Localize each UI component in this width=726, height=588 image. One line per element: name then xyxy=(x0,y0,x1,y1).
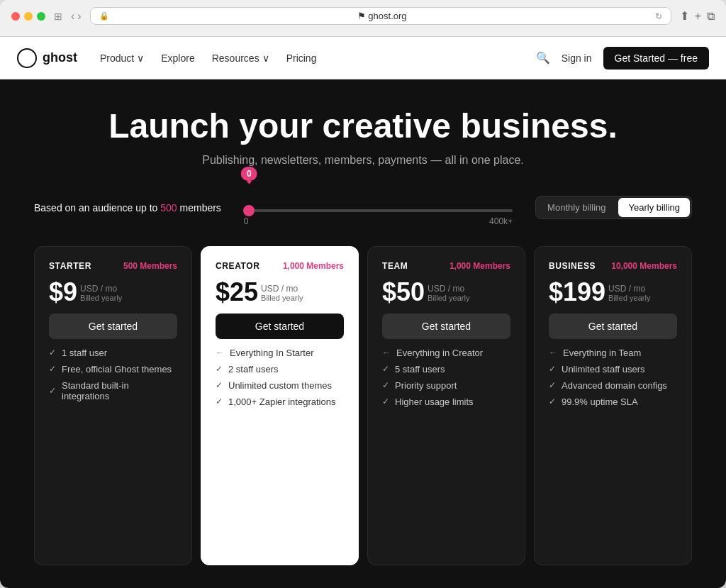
starter-period: USD / mo xyxy=(80,284,122,294)
check-icon: ✓ xyxy=(382,364,389,374)
share-icon[interactable]: ⬆ xyxy=(680,9,689,23)
slider-bubble: 0 xyxy=(241,167,257,181)
address-bar[interactable]: 🔒 ⚑ ghost.org ↻ xyxy=(90,7,671,25)
hero-subtitle: Publishing, newsletters, members, paymen… xyxy=(34,154,692,167)
team-price-row: $50 USD / mo Billed yearly xyxy=(382,279,510,305)
slider-container: 0 0 400k+ xyxy=(244,189,513,226)
check-icon: ✓ xyxy=(549,380,556,390)
team-plan-name: TEAM xyxy=(382,261,408,271)
audience-label: Based on an audience up to 500 members xyxy=(34,202,221,213)
nav-pricing[interactable]: Pricing xyxy=(286,52,317,64)
check-icon: ✓ xyxy=(49,364,56,374)
feature-text: Unlimited staff users xyxy=(562,364,645,375)
team-header: TEAM 1,000 Members xyxy=(382,261,510,271)
creator-plan-card: CREATOR 1,000 Members $25 USD / mo Bille… xyxy=(201,246,359,565)
new-tab-icon[interactable]: + xyxy=(695,10,701,23)
check-icon: ✓ xyxy=(49,348,56,357)
creator-header: CREATOR 1,000 Members xyxy=(216,261,344,271)
team-cta-button[interactable]: Get started xyxy=(382,314,510,339)
check-icon: ✓ xyxy=(549,396,556,406)
starter-plan-name: STARTER xyxy=(49,261,91,271)
creator-members: 1,000 Members xyxy=(283,261,344,271)
business-period: USD / mo xyxy=(608,284,650,294)
nav-product[interactable]: Product ∨ xyxy=(100,52,144,64)
feature-text: 1,000+ Zapier integrations xyxy=(228,396,335,407)
feature-text: Everything In Starter xyxy=(230,348,314,358)
feature-item: ✓ Advanced domain configs xyxy=(549,380,677,391)
creator-features: ← Everything In Starter ✓ 2 staff users … xyxy=(216,348,344,407)
team-features: ← Everything in Creator ✓ 5 staff users … xyxy=(382,348,510,407)
nav-explore[interactable]: Explore xyxy=(161,52,194,64)
traffic-lights xyxy=(11,12,45,21)
feature-item: ✓ Free, official Ghost themes xyxy=(49,364,177,375)
check-icon: ✓ xyxy=(216,364,223,374)
starter-price-row: $9 USD / mo Billed yearly xyxy=(49,279,177,305)
pricing-cards: STARTER 500 Members $9 USD / mo Billed y… xyxy=(34,246,692,565)
feature-text: Standard built-in integrations xyxy=(62,380,177,401)
slider-track xyxy=(244,209,513,212)
minimize-button[interactable] xyxy=(24,12,33,21)
logo-text: ghost xyxy=(43,50,77,65)
creator-price-details: USD / mo Billed yearly xyxy=(261,279,303,302)
url-display: ⚑ ghost.org xyxy=(115,11,649,21)
business-cta-button[interactable]: Get started xyxy=(549,314,677,339)
feature-item: ✓ 1,000+ Zapier integrations xyxy=(216,396,344,407)
chevron-down-icon: ∨ xyxy=(137,52,144,64)
feature-text: Free, official Ghost themes xyxy=(62,364,172,375)
check-icon: ✓ xyxy=(216,396,223,406)
search-icon[interactable]: 🔍 xyxy=(536,51,550,65)
starter-header: STARTER 500 Members xyxy=(49,261,177,271)
feature-text: 2 staff users xyxy=(228,364,279,375)
close-button[interactable] xyxy=(11,12,20,21)
team-members: 1,000 Members xyxy=(449,261,510,271)
refresh-icon[interactable]: ↻ xyxy=(655,11,662,21)
check-icon: ✓ xyxy=(216,380,223,390)
business-billing: Billed yearly xyxy=(608,294,650,302)
business-members: 10,000 Members xyxy=(611,261,677,271)
feature-text: 99.9% uptime SLA xyxy=(562,396,638,407)
starter-plan-card: STARTER 500 Members $9 USD / mo Billed y… xyxy=(34,246,192,565)
tabs-icon[interactable]: ⧉ xyxy=(707,10,715,23)
sign-in-button[interactable]: Sign in xyxy=(562,52,592,64)
business-price-row: $199 USD / mo Billed yearly xyxy=(549,279,677,305)
browser-actions: ⬆ + ⧉ xyxy=(680,9,715,23)
feature-text: 1 staff user xyxy=(62,348,107,358)
feature-text: Higher usage limits xyxy=(395,396,474,407)
business-header: BUSINESS 10,000 Members xyxy=(549,261,677,271)
feature-item: ✓ Unlimited custom themes xyxy=(216,380,344,391)
lock-icon: 🔒 xyxy=(99,11,109,21)
check-icon: ✓ xyxy=(382,396,389,406)
nav-resources[interactable]: Resources ∨ xyxy=(212,52,269,64)
feature-item: ✓ Higher usage limits xyxy=(382,396,510,407)
nav-links: Product ∨ Explore Resources ∨ Pricing xyxy=(100,52,536,64)
starter-features: ✓ 1 staff user ✓ Free, official Ghost th… xyxy=(49,348,177,401)
browser-window: ⊞ ‹ › 🔒 ⚑ ghost.org ↻ ⬆ + ⧉ ghost xyxy=(0,0,726,588)
monthly-billing-option[interactable]: Monthly billing xyxy=(536,196,617,218)
sidebar-toggle-icon[interactable]: ⊞ xyxy=(54,11,62,22)
team-billing: Billed yearly xyxy=(428,294,469,302)
starter-billing: Billed yearly xyxy=(80,294,122,302)
team-price: $50 xyxy=(382,279,425,305)
logo[interactable]: ghost xyxy=(17,48,77,68)
team-price-details: USD / mo Billed yearly xyxy=(428,279,469,302)
creator-cta-button[interactable]: Get started xyxy=(216,314,344,339)
get-started-button[interactable]: Get Started — free xyxy=(603,47,710,70)
feature-item: ✓ Priority support xyxy=(382,380,510,391)
window-controls: ⊞ ‹ › xyxy=(54,10,82,23)
maximize-button[interactable] xyxy=(37,12,45,21)
back-button[interactable]: ‹ xyxy=(71,10,74,23)
feature-item: ✓ Standard built-in integrations xyxy=(49,380,177,401)
yearly-billing-option[interactable]: Yearly billing xyxy=(618,198,690,217)
forward-button[interactable]: › xyxy=(77,10,81,23)
business-plan-card: BUSINESS 10,000 Members $199 USD / mo Bi… xyxy=(534,246,692,565)
starter-cta-button[interactable]: Get started xyxy=(49,314,177,339)
slider-min-label: 0 xyxy=(244,216,249,226)
feature-item: ← Everything in Team xyxy=(549,348,677,358)
business-plan-name: BUSINESS xyxy=(549,261,596,271)
site-navbar: ghost Product ∨ Explore Resources ∨ Pric… xyxy=(0,37,726,79)
browser-chrome: ⊞ ‹ › 🔒 ⚑ ghost.org ↻ ⬆ + ⧉ xyxy=(0,0,726,37)
team-period: USD / mo xyxy=(428,284,469,294)
slider-thumb[interactable] xyxy=(243,205,255,216)
feature-text: Priority support xyxy=(395,380,457,391)
feature-text: Everything in Team xyxy=(563,348,641,358)
